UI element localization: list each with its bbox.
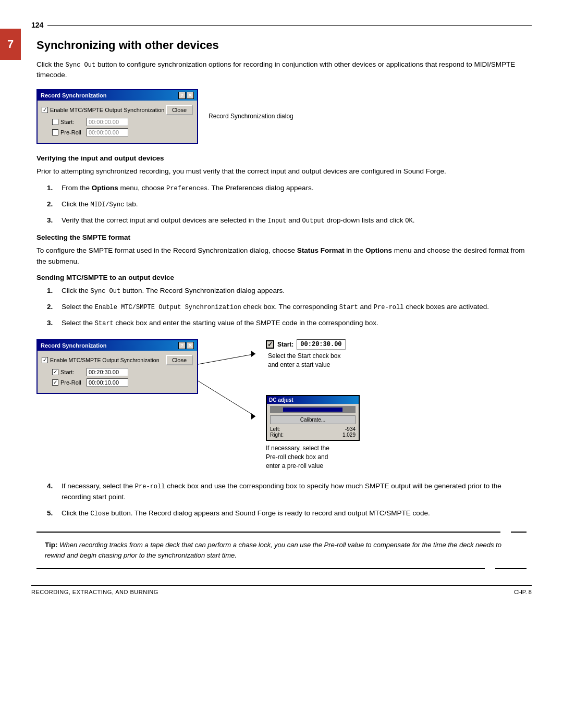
annotation1-start-value: 00:20:30.00 bbox=[297, 339, 345, 350]
item-content-2: Click the MIDI/Sync tab. bbox=[62, 199, 532, 210]
preroll-code: Pre-roll bbox=[374, 304, 404, 311]
page-number: 124 bbox=[31, 21, 43, 29]
sending-number-2: 2. bbox=[47, 302, 57, 313]
status-format-bold: Status Format bbox=[297, 246, 345, 254]
dialog1-help-btn[interactable]: ? bbox=[178, 92, 186, 99]
close-code: Close bbox=[91, 510, 109, 517]
dc-right-label: Right: bbox=[270, 432, 284, 438]
dialog1-start-checkbox[interactable] bbox=[52, 119, 58, 125]
dc-left-row: Left: -934 bbox=[270, 426, 356, 432]
dc-adjust-title: DC adjust bbox=[269, 397, 293, 403]
dialog1-preroll-input[interactable]: 00:00:00.00 bbox=[87, 128, 128, 137]
after-dialog-item-5: 5. Click the Close button. The Record di… bbox=[47, 508, 532, 519]
dialog2-close-button[interactable]: Close bbox=[166, 355, 193, 365]
dialog2-title: Record Synchronization bbox=[41, 342, 107, 349]
sending-item-2: 2. Select the Enable MTC/SMPTE Output Sy… bbox=[47, 302, 532, 313]
annotations-right: ✓ Start: 00:20:30.00 Select the Start ch… bbox=[266, 339, 360, 471]
verify-list: 1. From the Options menu, choose Prefere… bbox=[47, 183, 532, 226]
page-number-line bbox=[47, 25, 532, 26]
dialog2: Record Synchronization ? ✕ Enable MTC/SM… bbox=[36, 339, 198, 394]
dialog2-preroll-checkbox[interactable] bbox=[52, 379, 58, 386]
svg-line-0 bbox=[198, 354, 255, 364]
dc-right-row: Right: 1.029 bbox=[270, 432, 356, 438]
dialog2-start-row: Start: 00:20:30.00 bbox=[52, 368, 193, 376]
dialog2-row-enable: Enable MTC/SMPTE Output Synchronization … bbox=[42, 355, 193, 365]
dialog2-start-label: Start: bbox=[60, 369, 87, 375]
dc-calibrate-btn[interactable]: Calibrate... bbox=[270, 415, 356, 424]
sending-item-3: 3. Select the Start check box and enter … bbox=[47, 318, 532, 329]
dc-adjust-titlebar: DC adjust bbox=[267, 396, 359, 404]
after-dialog-item-4: 4. If necessary, select the Pre-roll che… bbox=[47, 481, 532, 503]
dialog1-close-btn[interactable]: ✕ bbox=[187, 92, 194, 99]
item-number-2: 2. bbox=[47, 199, 57, 210]
chapter-marker: 7 bbox=[0, 29, 21, 60]
verify-item-1: 1. From the Options menu, choose Prefere… bbox=[47, 183, 532, 194]
subsection-verify-body: Prior to attempting synchronized recordi… bbox=[36, 166, 532, 177]
sending-list: 1. Click the Sync Out button. The Record… bbox=[47, 286, 532, 329]
dialog2-help-btn[interactable]: ? bbox=[178, 342, 186, 349]
verify-item-2: 2. Click the MIDI/Sync tab. bbox=[47, 199, 532, 210]
item-number-1: 1. bbox=[47, 183, 57, 194]
sending-content-2: Select the Enable MTC/SMPTE Output Synch… bbox=[62, 302, 532, 313]
dialog1-start-input[interactable]: 00:00:00.00 bbox=[87, 118, 128, 126]
dialog2-start-checkbox[interactable] bbox=[52, 369, 58, 375]
dialog1-start-label: Start: bbox=[60, 119, 87, 125]
enable-sync-code: Enable MTC/SMPTE Output Synchronization bbox=[95, 304, 241, 311]
dc-slider[interactable] bbox=[270, 406, 356, 413]
svg-marker-3 bbox=[251, 413, 255, 419]
annotation1-start-label: Start: bbox=[277, 341, 293, 348]
dc-adjust-body: Calibrate... Left: -934 Right: 1.029 bbox=[267, 404, 359, 440]
dialog1-preroll-checkbox[interactable] bbox=[52, 129, 58, 135]
dialog1-enable-checkbox[interactable]: ✓ bbox=[42, 107, 48, 113]
dialog1-start-row: Start: 00:00:00.00 bbox=[52, 118, 193, 126]
dialog2-preroll-input[interactable]: 00:00:10.00 bbox=[87, 378, 128, 387]
dialog1-enable-label: ✓ Enable MTC/SMPTE Output Synchronizatio… bbox=[42, 107, 164, 113]
dialog2-body: Enable MTC/SMPTE Output Synchronization … bbox=[38, 351, 197, 393]
subsection-verify: Verifying the input and output devices P… bbox=[31, 154, 532, 227]
footer-right: CHP. 8 bbox=[514, 589, 532, 595]
sending-content-3: Select the Start check box and enter the… bbox=[62, 318, 532, 329]
sync-out-ref: Sync Out bbox=[66, 61, 96, 69]
page-footer: RECORDING, EXTRACTING, AND BURNING CHP. … bbox=[31, 585, 532, 595]
annotation1-text: Select the Start check boxand enter a st… bbox=[268, 352, 360, 369]
sending-content-1: Click the Sync Out button. The Record Sy… bbox=[62, 286, 532, 297]
start-code-2: Start bbox=[95, 320, 114, 327]
item-number-3: 3. bbox=[47, 215, 57, 226]
dialog2-start-input[interactable]: 00:20:30.00 bbox=[87, 368, 128, 376]
preferences-code: Preferences bbox=[166, 185, 207, 192]
sending-number-1: 1. bbox=[47, 286, 57, 297]
annotation2: DC adjust Calibrate... Left: -934 bbox=[266, 395, 360, 470]
preroll-code-2: Pre-roll bbox=[135, 483, 165, 490]
footer-left: RECORDING, EXTRACTING, AND BURNING bbox=[31, 589, 158, 595]
start-code: Start bbox=[339, 304, 358, 311]
midi-sync-code: MIDI/Sync bbox=[91, 201, 125, 208]
after-content-4: If necessary, select the Pre-roll check … bbox=[62, 481, 532, 503]
svg-marker-1 bbox=[251, 351, 255, 357]
dc-slider-fill bbox=[283, 408, 342, 412]
ok-code: OK bbox=[405, 217, 412, 225]
dialog1-titlebar: Record Synchronization ? ✕ bbox=[38, 90, 197, 101]
sending-number-3: 3. bbox=[47, 318, 57, 329]
dialog2-enable-checkbox[interactable] bbox=[42, 357, 48, 363]
after-dialog-list: 4. If necessary, select the Pre-roll che… bbox=[47, 481, 532, 519]
subsection-smpte-body: To configure the SMPTE format used in th… bbox=[36, 245, 532, 267]
subsection-sending: Sending MTC/SMPTE to an output device 1.… bbox=[31, 274, 532, 329]
dialog1-caption: Record Synchronization dialog bbox=[209, 113, 293, 120]
dialog2-close-btn-x[interactable]: ✕ bbox=[187, 342, 194, 349]
annotated-dialog-section: Record Synchronization ? ✕ Enable MTC/SM… bbox=[36, 339, 527, 471]
page: 7 124 Synchronizing with other devices C… bbox=[0, 0, 563, 611]
subsection-smpte: Selecting the SMPTE format To configure … bbox=[31, 233, 532, 267]
dc-calibrate-label: Calibrate... bbox=[300, 417, 325, 423]
svg-line-2 bbox=[198, 381, 255, 416]
dc-right-value: 1.029 bbox=[342, 432, 356, 438]
options-bold: Options bbox=[92, 184, 118, 192]
subsection-sending-heading: Sending MTC/SMPTE to an output device bbox=[36, 274, 532, 281]
dialog1-close-button[interactable]: Close bbox=[166, 105, 193, 115]
tip-content: Tip: When recording tracks from a tape d… bbox=[45, 540, 518, 561]
tip-box: Tip: When recording tracks from a tape d… bbox=[36, 532, 527, 569]
subsection-smpte-heading: Selecting the SMPTE format bbox=[36, 233, 532, 241]
sending-item-1: 1. Click the Sync Out button. The Record… bbox=[47, 286, 532, 297]
dialog2-titlebar-buttons: ? ✕ bbox=[178, 342, 194, 349]
section-heading: Synchronizing with other devices bbox=[36, 39, 532, 52]
dialog1-title: Record Synchronization bbox=[41, 92, 107, 98]
